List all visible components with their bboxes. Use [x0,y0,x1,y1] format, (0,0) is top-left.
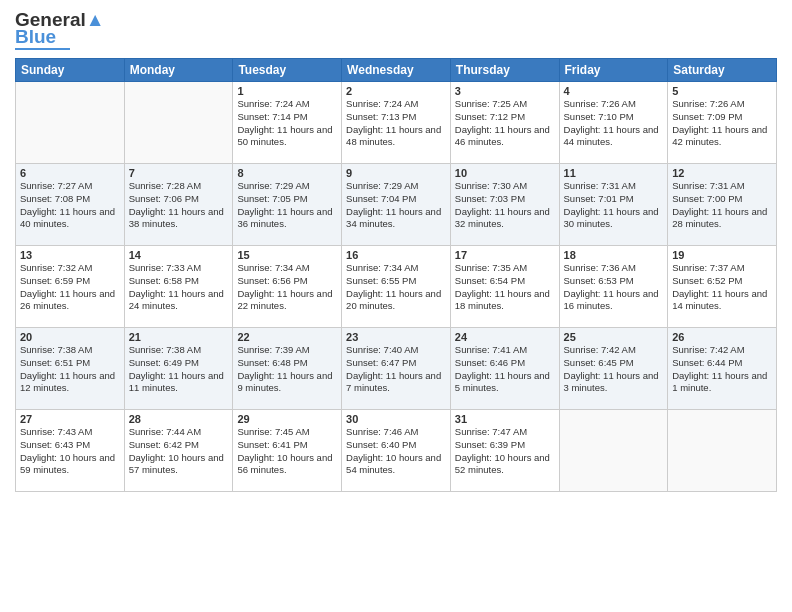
day-number: 17 [455,249,555,261]
day-info: Sunrise: 7:24 AMSunset: 7:13 PMDaylight:… [346,98,446,149]
logo-underline [15,48,70,50]
day-info: Sunrise: 7:26 AMSunset: 7:09 PMDaylight:… [672,98,772,149]
day-number: 15 [237,249,337,261]
day-number: 24 [455,331,555,343]
day-info: Sunrise: 7:24 AMSunset: 7:14 PMDaylight:… [237,98,337,149]
day-number: 18 [564,249,664,261]
header-row: SundayMondayTuesdayWednesdayThursdayFrid… [16,59,777,82]
day-number: 11 [564,167,664,179]
day-cell: 24Sunrise: 7:41 AMSunset: 6:46 PMDayligh… [450,328,559,410]
day-cell: 25Sunrise: 7:42 AMSunset: 6:45 PMDayligh… [559,328,668,410]
day-number: 8 [237,167,337,179]
day-info: Sunrise: 7:25 AMSunset: 7:12 PMDaylight:… [455,98,555,149]
day-number: 1 [237,85,337,97]
day-info: Sunrise: 7:33 AMSunset: 6:58 PMDaylight:… [129,262,229,313]
day-number: 19 [672,249,772,261]
day-number: 4 [564,85,664,97]
day-cell [559,410,668,492]
day-info: Sunrise: 7:28 AMSunset: 7:06 PMDaylight:… [129,180,229,231]
day-cell: 31Sunrise: 7:47 AMSunset: 6:39 PMDayligh… [450,410,559,492]
day-number: 3 [455,85,555,97]
day-info: Sunrise: 7:42 AMSunset: 6:45 PMDaylight:… [564,344,664,395]
day-cell: 3Sunrise: 7:25 AMSunset: 7:12 PMDaylight… [450,82,559,164]
day-cell: 6Sunrise: 7:27 AMSunset: 7:08 PMDaylight… [16,164,125,246]
day-info: Sunrise: 7:46 AMSunset: 6:40 PMDaylight:… [346,426,446,477]
day-number: 25 [564,331,664,343]
day-cell: 4Sunrise: 7:26 AMSunset: 7:10 PMDaylight… [559,82,668,164]
day-number: 20 [20,331,120,343]
day-info: Sunrise: 7:47 AMSunset: 6:39 PMDaylight:… [455,426,555,477]
day-number: 6 [20,167,120,179]
day-info: Sunrise: 7:42 AMSunset: 6:44 PMDaylight:… [672,344,772,395]
day-info: Sunrise: 7:30 AMSunset: 7:03 PMDaylight:… [455,180,555,231]
day-info: Sunrise: 7:45 AMSunset: 6:41 PMDaylight:… [237,426,337,477]
day-cell: 29Sunrise: 7:45 AMSunset: 6:41 PMDayligh… [233,410,342,492]
col-header-monday: Monday [124,59,233,82]
col-header-saturday: Saturday [668,59,777,82]
day-info: Sunrise: 7:34 AMSunset: 6:55 PMDaylight:… [346,262,446,313]
day-info: Sunrise: 7:43 AMSunset: 6:43 PMDaylight:… [20,426,120,477]
day-cell: 18Sunrise: 7:36 AMSunset: 6:53 PMDayligh… [559,246,668,328]
day-info: Sunrise: 7:27 AMSunset: 7:08 PMDaylight:… [20,180,120,231]
day-number: 30 [346,413,446,425]
day-cell: 26Sunrise: 7:42 AMSunset: 6:44 PMDayligh… [668,328,777,410]
logo: General▲ Blue [15,10,105,50]
day-info: Sunrise: 7:39 AMSunset: 6:48 PMDaylight:… [237,344,337,395]
col-header-wednesday: Wednesday [342,59,451,82]
day-number: 21 [129,331,229,343]
page: { "header": { "logo_line1": "General", "… [0,0,792,612]
day-cell: 11Sunrise: 7:31 AMSunset: 7:01 PMDayligh… [559,164,668,246]
day-info: Sunrise: 7:26 AMSunset: 7:10 PMDaylight:… [564,98,664,149]
day-number: 16 [346,249,446,261]
day-cell [16,82,125,164]
day-number: 10 [455,167,555,179]
day-cell: 13Sunrise: 7:32 AMSunset: 6:59 PMDayligh… [16,246,125,328]
day-number: 22 [237,331,337,343]
day-cell: 2Sunrise: 7:24 AMSunset: 7:13 PMDaylight… [342,82,451,164]
day-cell: 15Sunrise: 7:34 AMSunset: 6:56 PMDayligh… [233,246,342,328]
day-number: 27 [20,413,120,425]
day-cell: 27Sunrise: 7:43 AMSunset: 6:43 PMDayligh… [16,410,125,492]
col-header-thursday: Thursday [450,59,559,82]
week-row-2: 6Sunrise: 7:27 AMSunset: 7:08 PMDaylight… [16,164,777,246]
day-cell: 10Sunrise: 7:30 AMSunset: 7:03 PMDayligh… [450,164,559,246]
col-header-sunday: Sunday [16,59,125,82]
day-info: Sunrise: 7:38 AMSunset: 6:49 PMDaylight:… [129,344,229,395]
day-number: 7 [129,167,229,179]
day-number: 12 [672,167,772,179]
day-cell: 1Sunrise: 7:24 AMSunset: 7:14 PMDaylight… [233,82,342,164]
day-cell: 7Sunrise: 7:28 AMSunset: 7:06 PMDaylight… [124,164,233,246]
day-info: Sunrise: 7:40 AMSunset: 6:47 PMDaylight:… [346,344,446,395]
day-info: Sunrise: 7:29 AMSunset: 7:04 PMDaylight:… [346,180,446,231]
day-cell [124,82,233,164]
day-info: Sunrise: 7:41 AMSunset: 6:46 PMDaylight:… [455,344,555,395]
day-number: 14 [129,249,229,261]
day-number: 28 [129,413,229,425]
day-cell: 21Sunrise: 7:38 AMSunset: 6:49 PMDayligh… [124,328,233,410]
day-cell [668,410,777,492]
day-info: Sunrise: 7:35 AMSunset: 6:54 PMDaylight:… [455,262,555,313]
week-row-3: 13Sunrise: 7:32 AMSunset: 6:59 PMDayligh… [16,246,777,328]
week-row-1: 1Sunrise: 7:24 AMSunset: 7:14 PMDaylight… [16,82,777,164]
day-cell: 8Sunrise: 7:29 AMSunset: 7:05 PMDaylight… [233,164,342,246]
col-header-tuesday: Tuesday [233,59,342,82]
day-info: Sunrise: 7:36 AMSunset: 6:53 PMDaylight:… [564,262,664,313]
day-cell: 5Sunrise: 7:26 AMSunset: 7:09 PMDaylight… [668,82,777,164]
day-info: Sunrise: 7:32 AMSunset: 6:59 PMDaylight:… [20,262,120,313]
day-info: Sunrise: 7:34 AMSunset: 6:56 PMDaylight:… [237,262,337,313]
calendar-table: SundayMondayTuesdayWednesdayThursdayFrid… [15,58,777,492]
day-info: Sunrise: 7:31 AMSunset: 7:01 PMDaylight:… [564,180,664,231]
day-cell: 16Sunrise: 7:34 AMSunset: 6:55 PMDayligh… [342,246,451,328]
day-info: Sunrise: 7:31 AMSunset: 7:00 PMDaylight:… [672,180,772,231]
day-number: 26 [672,331,772,343]
day-number: 23 [346,331,446,343]
day-cell: 30Sunrise: 7:46 AMSunset: 6:40 PMDayligh… [342,410,451,492]
day-cell: 12Sunrise: 7:31 AMSunset: 7:00 PMDayligh… [668,164,777,246]
day-number: 5 [672,85,772,97]
col-header-friday: Friday [559,59,668,82]
day-number: 2 [346,85,446,97]
day-cell: 28Sunrise: 7:44 AMSunset: 6:42 PMDayligh… [124,410,233,492]
week-row-4: 20Sunrise: 7:38 AMSunset: 6:51 PMDayligh… [16,328,777,410]
day-number: 13 [20,249,120,261]
day-cell: 17Sunrise: 7:35 AMSunset: 6:54 PMDayligh… [450,246,559,328]
